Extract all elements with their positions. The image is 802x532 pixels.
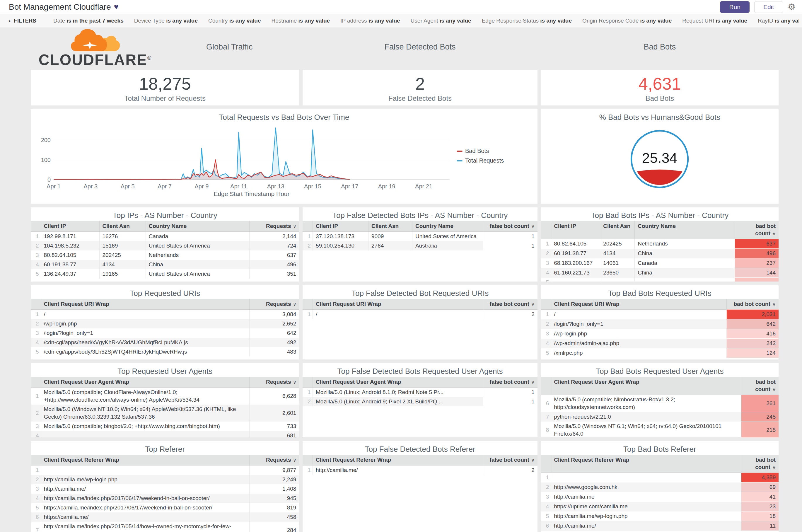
filter-item[interactable]: Request URI is any value <box>682 18 747 24</box>
table-row[interactable]: 6http://camilia.me/11 <box>541 521 779 531</box>
table-row[interactable]: 2Mozilla/5.0 (Windows NT 10.0; Win64; x6… <box>31 404 299 421</box>
table-row[interactable]: 5 <box>541 278 779 282</box>
table-row[interactable]: 3/login/?login_only=1642 <box>31 328 299 338</box>
table-row[interactable]: 3http://camilia.me41 <box>541 492 779 502</box>
column-header[interactable]: Country Name <box>635 221 734 239</box>
table-row[interactable]: 4https://uptime.com/camilia.me23 <box>541 502 779 512</box>
table-row[interactable]: 2104.198.5.23215169United States of Amer… <box>31 241 299 250</box>
table-row[interactable]: 2http://camilia.me/wp-login.php2,249 <box>31 475 299 484</box>
gear-icon[interactable]: ⚙ <box>788 3 796 12</box>
table-row[interactable]: 14,359 <box>541 473 779 482</box>
filter-item[interactable]: User Agent is any value <box>410 18 471 24</box>
column-header[interactable]: Client Request Referer Wrap <box>41 455 249 466</box>
column-header[interactable]: Requests∨ <box>249 221 299 232</box>
legend-item-bad-bots[interactable]: Bad Bots <box>457 148 504 154</box>
column-header[interactable]: Country Name <box>412 221 483 232</box>
table-row[interactable]: 1/2 <box>303 310 537 319</box>
filter-item[interactable]: Edge Response Status is any value <box>482 18 572 24</box>
column-header[interactable]: Requests∨ <box>249 299 299 310</box>
table-row[interactable]: 259.100.254.1302764Australia1 <box>303 241 537 250</box>
table-row[interactable]: 1/3,084 <box>31 310 299 319</box>
table-row[interactable]: 4http://camilia.me/index.php/2017/06/17/… <box>31 494 299 503</box>
table-row[interactable]: 1/2,031 <box>541 310 779 319</box>
filters-label[interactable]: FILTERS <box>14 18 36 24</box>
column-header[interactable]: Requests∨ <box>249 377 299 387</box>
column-header[interactable]: Client IP <box>312 221 368 232</box>
column-header[interactable]: Client IP <box>551 221 600 239</box>
column-header[interactable]: Client Request User Agent Wrap <box>312 377 483 387</box>
row-number-header <box>541 221 551 239</box>
legend-item-total-requests[interactable]: Total Requests <box>457 157 504 164</box>
filter-item[interactable]: Country is any value <box>208 18 261 24</box>
table-row[interactable]: 5http://camilia.me/wp-login.php18 <box>541 512 779 521</box>
table-row[interactable]: 2http://www.google.com.hk69 <box>541 482 779 492</box>
table-row[interactable]: 460.191.38.774134China496 <box>31 260 299 269</box>
column-header[interactable]: false bot count∨ <box>483 299 537 310</box>
table-row[interactable]: 1http://camilia.me/2 <box>303 466 537 475</box>
row-number: 1 <box>541 239 551 249</box>
table-row[interactable]: 5/cdn-cgi/apps/body/3Lh52SjWTQ4HRlErJykH… <box>31 347 299 357</box>
column-header[interactable]: bad bot count∨ <box>741 455 779 473</box>
filter-item[interactable]: Origin Response Code is any value <box>582 18 672 24</box>
table-row[interactable]: 3/wp-login.php416 <box>541 329 779 339</box>
filter-item[interactable]: Hostname is any value <box>271 18 330 24</box>
table-row[interactable]: 2Mozilla/5.0 (Linux; Android 9; Pixel 2 … <box>303 397 537 406</box>
column-header[interactable]: Client Asn <box>99 221 146 232</box>
column-header[interactable]: Client Request URI Wrap <box>41 299 249 310</box>
filter-item[interactable]: Date is in the past 7 weeks <box>53 18 123 24</box>
column-header[interactable]: Client Request URI Wrap <box>551 299 726 310</box>
column-header[interactable]: bad bot count∨ <box>734 221 779 239</box>
bad-bots-gauge[interactable]: 25.34 <box>629 128 690 190</box>
table-row[interactable]: 368.183.200.16714061Canada237 <box>541 259 779 268</box>
filter-item[interactable]: IP address is any value <box>340 18 400 24</box>
table-row[interactable]: 5https://camilia.me/index.php/2017/06/17… <box>31 503 299 512</box>
column-header[interactable]: Client Asn <box>368 221 412 232</box>
table-row[interactable]: 4681 <box>31 431 299 437</box>
timeseries-chart[interactable]: 0100200Apr 1Apr 3Apr 5Apr 7Apr 9Apr 11Ap… <box>37 123 453 198</box>
column-header[interactable]: Requests∨ <box>249 455 299 466</box>
table-row[interactable]: 3Mozilla/5.0 (compatible; bingbot/2.0; +… <box>31 421 299 431</box>
table-row[interactable]: 6https://camilia.me/458 <box>31 512 299 522</box>
table-row[interactable]: 1Mozilla/5.0 (compatible; CloudFlare-Alw… <box>31 387 299 405</box>
column-header[interactable]: false bot count∨ <box>483 377 537 387</box>
filter-item[interactable]: Device Type is any value <box>134 18 198 24</box>
column-header[interactable]: Client Asn <box>600 221 635 239</box>
column-header[interactable]: Client Request User Agent Wrap <box>551 377 741 395</box>
filter-item[interactable]: RayID is any value <box>758 18 799 24</box>
run-button[interactable]: Run <box>720 1 749 13</box>
filters-expand-icon[interactable]: ▸ <box>9 18 11 23</box>
column-header[interactable]: false bot count∨ <box>483 455 537 466</box>
table-row[interactable]: 8Mozilla/5.0 (Windows NT 6.1; Win64; x64… <box>541 421 779 437</box>
column-header[interactable]: bad bot count∨ <box>726 299 779 310</box>
table-row[interactable]: 6Mozilla/5.0 (compatible; Nimbostratus-B… <box>541 395 779 412</box>
table-row[interactable]: 1Mozilla/5.0 (Linux; Android 8.1.0; Redm… <box>303 387 537 397</box>
column-header[interactable]: Client Request User Agent Wrap <box>41 377 249 387</box>
table-row[interactable]: 7http://camilia.me/index.php/2017/05/14/… <box>31 522 299 532</box>
column-header[interactable]: Client Request Referer Wrap <box>551 455 741 473</box>
table-row[interactable]: 19,877 <box>31 466 299 475</box>
column-header[interactable]: Country Name <box>146 221 249 232</box>
table-row[interactable]: 260.191.38.774134China496 <box>541 249 779 259</box>
column-header[interactable]: bad bot count∨ <box>741 377 779 395</box>
column-header[interactable]: Client Request URI Wrap <box>312 299 483 310</box>
column-header[interactable]: Client IP <box>41 221 99 232</box>
panel-top-false-bot-referer: Top False Detected Bots RefererClient Re… <box>303 441 537 532</box>
column-header[interactable]: Client Request Referer Wrap <box>312 455 483 466</box>
table-row[interactable]: 2/login/?login_only=1642 <box>541 319 779 329</box>
table-row[interactable]: 5/xmlrpc.php124 <box>541 348 779 358</box>
column-header[interactable]: false bot count∨ <box>483 221 537 232</box>
table-row[interactable]: 3http://camilia.me/1,408 <box>31 484 299 494</box>
edit-button[interactable]: Edit <box>754 1 783 13</box>
table-row[interactable]: 137.120.138.1739009United States of Amer… <box>303 232 537 241</box>
table-row[interactable]: 180.82.64.105202425Netherlands637 <box>541 239 779 249</box>
table-row[interactable]: 4/wp-admin/admin-ajax.php243 <box>541 339 779 348</box>
table-row[interactable]: 4/cdn-cgi/apps/head/xVgyKhR-vV3dAUGhMqfB… <box>31 338 299 347</box>
table-row[interactable]: 2/wp-login.php2,652 <box>31 319 299 328</box>
table-row[interactable]: 7python-requests/2.21.0245 <box>541 412 779 421</box>
table-row[interactable]: 5136.24.49.3719165United States of Ameri… <box>31 269 299 279</box>
table-cell: Mozilla/5.0 (compatible; Nimbostratus-Bo… <box>551 395 741 412</box>
table-row[interactable]: 1192.99.8.17116276Canada2,144 <box>31 232 299 241</box>
table-row[interactable]: 461.160.221.7323650China144 <box>541 268 779 278</box>
svg-text:Apr 19: Apr 19 <box>378 183 396 190</box>
table-row[interactable]: 380.82.64.105202425Netherlands637 <box>31 250 299 260</box>
